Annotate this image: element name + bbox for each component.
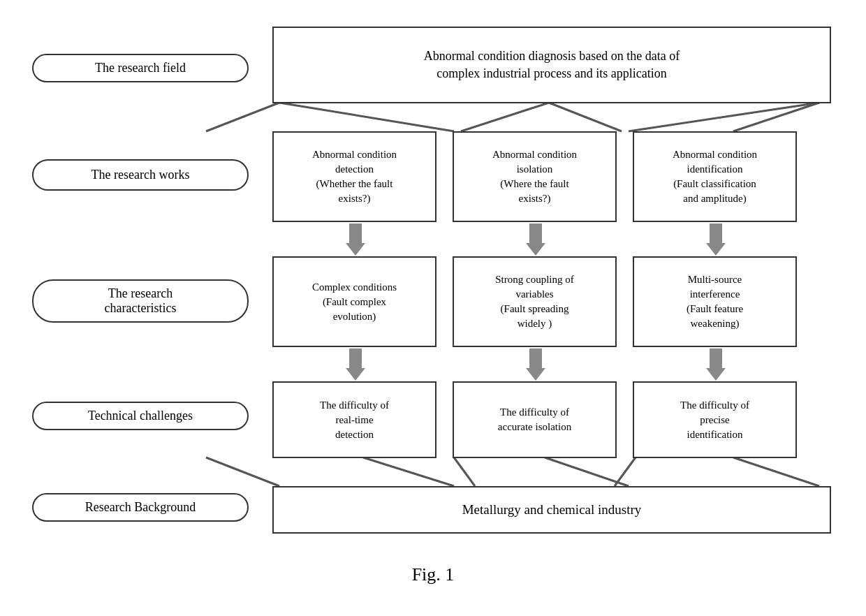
svg-line-4 [461,103,549,131]
row2-box1: Complex conditions (Fault complex evolut… [272,256,436,347]
label-technical-challenges: Technical challenges [32,402,249,430]
label-research-characteristics: The research characteristics [32,279,249,323]
svg-line-10 [454,457,475,486]
svg-line-3 [629,103,819,131]
row3-box2: The difficulty of accurate isolation [453,381,617,458]
svg-line-2 [279,103,454,131]
diagram-container: The research field The research works Th… [0,0,866,616]
row1-box1: Abnormal condition detection (Whether th… [272,131,436,222]
svg-line-6 [206,457,279,486]
svg-line-1 [733,103,819,131]
label-research-background: Research Background [32,493,249,522]
svg-line-8 [363,457,454,486]
row1-box3: Abnormal condition identification (Fault… [633,131,797,222]
svg-line-5 [549,103,622,131]
svg-line-7 [733,457,819,486]
arrow-row1-to-row2-left [346,223,365,256]
svg-line-11 [615,457,636,486]
arrow-row2-to-row3-right [706,349,726,381]
fig-caption: Fig. 1 [0,564,866,585]
row2-box3: Multi-source interference (Fault feature… [633,256,797,347]
svg-line-9 [545,457,629,486]
arrow-row2-to-row3-mid [526,349,545,381]
row1-box2: Abnormal condition isolation (Where the … [453,131,617,222]
arrow-row2-to-row3-left [346,349,365,381]
svg-line-0 [206,103,279,131]
top-box: Abnormal condition diagnosis based on th… [272,27,831,103]
row3-box1: The difficulty of real-time detection [272,381,436,458]
row2-box2: Strong coupling of variables (Fault spre… [453,256,617,347]
arrow-row1-to-row2-mid [526,223,545,256]
label-research-field: The research field [32,54,249,82]
label-research-works: The research works [32,159,249,191]
arrow-row1-to-row2-right [706,223,726,256]
row3-box3: The difficulty of precise identification [633,381,797,458]
bottom-box: Metallurgy and chemical industry [272,486,831,534]
